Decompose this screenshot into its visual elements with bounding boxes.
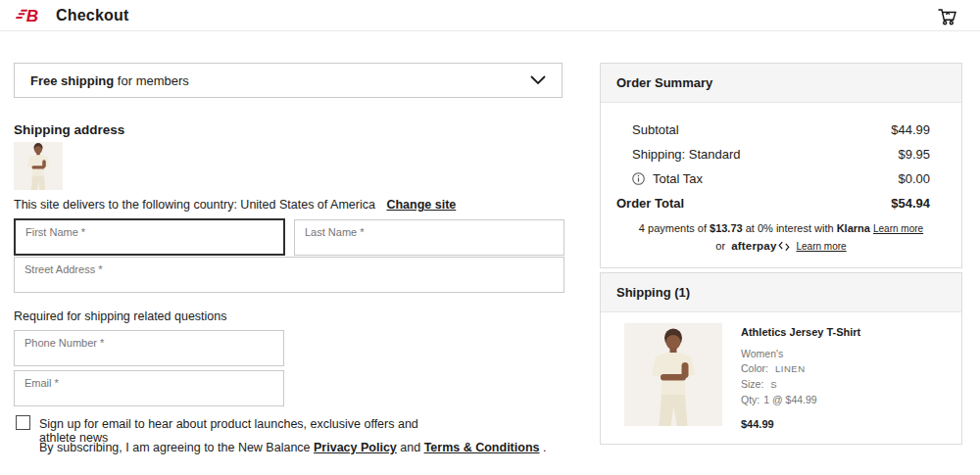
product-details: Athletics Jersey T-Shirt Women's Color:L… (741, 323, 860, 432)
product-color-value: LINEN (775, 363, 805, 374)
free-shipping-text: Free shipping for members (30, 73, 189, 88)
new-balance-logo-icon[interactable]: B (16, 5, 51, 26)
free-shipping-banner[interactable]: Free shipping for members (14, 63, 563, 98)
afterpay-payment-line: or afterpay Learn more (632, 240, 930, 252)
product-qty-value: 1 @ $44.99 (763, 394, 816, 405)
subscribe-prefix: By subscribing, I am agreeing to the New… (39, 441, 311, 454)
product-name: Athletics Jersey T-Shirt (741, 325, 860, 340)
shipping-items-panel: Shipping (1) Athletics Jersey T-Shirt Wo… (600, 272, 962, 445)
checkout-page: B Checkout Free shipping for members Shi… (0, 0, 980, 475)
first-name-input[interactable] (16, 220, 283, 254)
header-bar: B Checkout (0, 0, 980, 31)
product-gender: Women's (741, 347, 860, 360)
klarna-amount: $13.73 (710, 222, 743, 234)
email-signup-checkbox[interactable] (16, 415, 30, 430)
order-summary-body: Subtotal $44.99 Shipping: Standard $9.95… (601, 103, 961, 267)
and-word: and (400, 441, 420, 454)
delivery-country-text: This site delivers to the following coun… (14, 198, 375, 212)
shipping-panel-title: Shipping (1) (601, 273, 961, 312)
order-summary-panel: Order Summary Subtotal $44.99 Shipping: … (600, 63, 962, 268)
product-size-row: Size:S (741, 377, 860, 392)
period: . (543, 441, 546, 454)
page-title: Checkout (56, 7, 129, 24)
last-name-field: Last Name * (294, 219, 564, 256)
change-site-link[interactable]: Change site (386, 198, 456, 212)
shipping-address-heading: Shipping address (14, 122, 124, 137)
order-total-value: $54.94 (891, 196, 930, 211)
product-thumbnail (14, 142, 63, 190)
product-price: $44.99 (741, 417, 860, 432)
klarna-brand: Klarna (837, 222, 870, 234)
terms-conditions-link[interactable]: Terms & Conditions (424, 441, 540, 454)
product-size-value: S (770, 379, 777, 390)
chevron-down-icon[interactable] (530, 75, 546, 85)
afterpay-arrows-icon (778, 241, 790, 252)
afterpay-learn-more-link[interactable]: Learn more (796, 241, 846, 252)
street-address-input[interactable] (15, 258, 564, 292)
email-field: Email * (14, 370, 284, 406)
product-image (624, 323, 722, 426)
phone-number-field: Phone Number * (14, 330, 284, 366)
subtotal-value: $44.99 (891, 122, 930, 137)
order-summary-title: Order Summary (601, 64, 961, 103)
summary-row-tax: Total Tax $0.00 (632, 171, 930, 186)
klarna-learn-more-link[interactable]: Learn more (873, 223, 923, 234)
summary-row-shipping: Shipping: Standard $9.95 (632, 147, 930, 162)
privacy-policy-link[interactable]: Privacy Policy (314, 441, 397, 454)
shipping-value: $9.95 (898, 147, 930, 162)
summary-row-order-total: Order Total $54.94 (616, 196, 930, 211)
info-icon[interactable] (632, 172, 645, 185)
street-address-field: Street Address * (14, 257, 564, 293)
klarna-payment-line: 4 payments of $13.73 at 0% interest with… (632, 222, 930, 234)
shipping-panel-body: Athletics Jersey T-Shirt Women's Color:L… (601, 312, 961, 444)
product-qty-row: Qty:1 @ $44.99 (741, 393, 860, 406)
first-name-field: First Name * (14, 218, 285, 256)
product-color-row: Color:LINEN (741, 361, 860, 376)
required-note: Required for shipping related questions (14, 309, 227, 323)
phone-number-input[interactable] (15, 331, 283, 365)
afterpay-brand: afterpay (731, 240, 790, 252)
last-name-input[interactable] (295, 220, 564, 255)
svg-text:B: B (26, 7, 38, 25)
delivery-country-line: This site delivers to the following coun… (14, 198, 456, 212)
cart-icon[interactable] (935, 4, 958, 27)
subscribe-agreement-line: By subscribing, I am agreeing to the New… (39, 441, 546, 454)
email-input[interactable] (15, 371, 283, 405)
tax-value: $0.00 (898, 171, 930, 186)
tax-label: Total Tax (653, 171, 703, 186)
summary-row-subtotal: Subtotal $44.99 (632, 122, 930, 137)
